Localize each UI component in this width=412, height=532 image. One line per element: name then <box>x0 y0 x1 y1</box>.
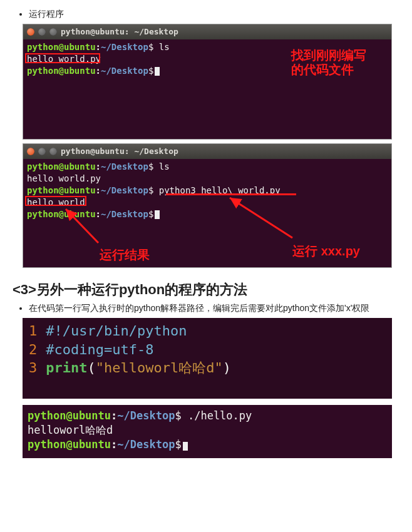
annotation-result: 运行结果 <box>100 248 150 262</box>
terminal-exec: python@ubuntu:~/Desktop$ ./hello.py hell… <box>23 405 392 458</box>
code-line: 1#!/usr/bin/python <box>29 322 386 340</box>
terminal-line: python@ubuntu:~/Desktop$ ls <box>27 161 388 173</box>
window-titlebar: python@ubuntu: ~/Desktop <box>23 144 391 159</box>
bullet-shebang-instruction: 在代码第一行写入执行时的python解释器路径，编辑完后需要对此python文件… <box>29 303 399 314</box>
bullet-run-program: 运行程序 <box>29 9 399 20</box>
terminal-window-2: python@ubuntu: ~/Desktop python@ubuntu:~… <box>23 143 392 268</box>
window-title: python@ubuntu: ~/Desktop <box>61 26 178 38</box>
red-highlight-box <box>25 53 100 63</box>
terminal-window-1: python@ubuntu: ~/Desktop python@ubuntu:~… <box>23 24 392 140</box>
terminal-line: python@ubuntu:~/Desktop$ <box>28 437 387 452</box>
red-underline <box>166 193 296 195</box>
code-line: 3print("helloworl哈哈d") <box>29 359 386 377</box>
terminal-output: helloworl哈哈d <box>28 423 387 437</box>
terminal-output: hello world.py <box>27 173 388 185</box>
code-editor: 1#!/usr/bin/python 2#coding=utf-8 3print… <box>23 318 392 399</box>
terminal-line: python@ubuntu:~/Desktop$ <box>27 208 388 220</box>
window-titlebar: python@ubuntu: ~/Desktop <box>23 24 391 39</box>
terminal-line: python@ubuntu:~/Desktop$ ./hello.py <box>28 409 387 423</box>
cursor-icon <box>183 442 188 451</box>
window-title: python@ubuntu: ~/Desktop <box>61 146 178 157</box>
cursor-icon <box>155 67 160 76</box>
maximize-icon <box>49 28 57 36</box>
code-line: 2#coding=utf-8 <box>29 340 386 359</box>
cursor-icon <box>155 210 160 219</box>
annotation-run-py: 运行 xxx.py <box>292 244 360 258</box>
section-heading-3: <3>另外一种运行python的程序的方法 <box>13 280 399 299</box>
red-highlight-box <box>25 196 86 206</box>
close-icon <box>27 28 34 36</box>
minimize-icon <box>38 28 46 36</box>
minimize-icon <box>38 148 46 155</box>
close-icon <box>27 148 34 155</box>
annotation-find-file: 找到刚刚编写的代码文件 <box>291 48 366 77</box>
maximize-icon <box>49 148 57 155</box>
